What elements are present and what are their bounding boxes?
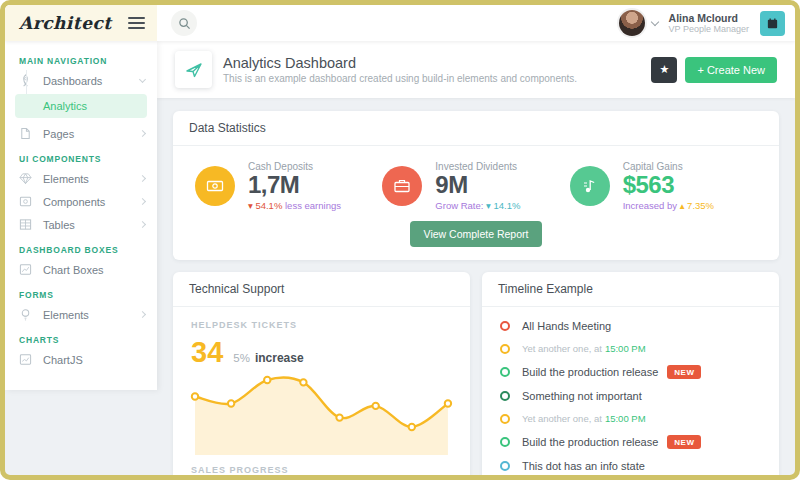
sidebar-item-label: Elements (43, 309, 140, 321)
content-area: Data Statistics Cash Deposits 1,7M ▾ 54.… (157, 98, 795, 475)
briefcase-icon (382, 166, 422, 206)
new-badge: NEW (667, 365, 701, 379)
timeline-time: 15:00 PM (605, 343, 646, 354)
new-badge: NEW (667, 435, 701, 449)
chevron-right-icon (139, 130, 146, 137)
sidebar-item-label: ChartJS (43, 354, 145, 366)
card-header: Data Statistics (173, 111, 779, 146)
chevron-right-icon (139, 198, 146, 205)
sidebar-item-analytics-active[interactable]: Analytics (15, 94, 147, 118)
sidebar-item-label: Tables (43, 219, 140, 231)
main-content: Analytics Dashboard This is an example d… (157, 41, 795, 475)
top-bar: Architect Alina Mclourd VP People Manage… (5, 5, 795, 41)
user-info: Alina Mclourd VP People Manager (669, 12, 749, 34)
music-note-icon (570, 166, 610, 206)
timeline-item: This dot has an info state (500, 460, 761, 472)
avatar[interactable] (619, 10, 645, 36)
stat-note: Increased by (623, 200, 677, 211)
stat-value: $563 (623, 172, 714, 198)
page-subtitle: This is an example dashboard created usi… (223, 73, 577, 84)
timeline-dot (500, 391, 510, 401)
helpdesk-line-chart (181, 371, 462, 455)
nav-heading-forms: FORMS (19, 290, 143, 300)
stat-value: 9M (435, 172, 520, 198)
nav-heading-ui-components: UI COMPONENTS (19, 154, 143, 164)
timeline-item: Something not important (500, 390, 761, 402)
nav-heading-main: MAIN NAVIGATION (19, 56, 143, 66)
sidebar-item-dashboards[interactable]: Dashboards (5, 69, 157, 92)
stat-subtext: Grow Rate: ▾ 14.1% (435, 200, 520, 211)
stat-value: 1,7M (248, 172, 341, 198)
stat-capital-gains: Capital Gains $563 Increased by ▴ 7.35% (570, 161, 757, 211)
timeline-time: 15:00 PM (605, 413, 646, 424)
calendar-icon (766, 17, 779, 30)
timeline-item: Yet another one, at 15:00 PM (500, 343, 761, 354)
timeline-example-card: Timeline Example All Hands Meeting Yet a… (482, 272, 779, 475)
diamond-icon (19, 172, 34, 185)
table-grid-icon (19, 218, 34, 231)
chevron-right-icon (139, 311, 146, 318)
sidebar-item-chart-boxes[interactable]: Chart Boxes (5, 258, 157, 281)
dashboards-submenu: Analytics (5, 92, 157, 122)
sidebar-item-label: Dashboards (43, 75, 140, 87)
technical-support-card: Technical Support HELPDESK TICKETS 34 5%… (173, 272, 470, 475)
sidebar-item-components[interactable]: Components (5, 190, 157, 213)
ticket-count: 34 (191, 336, 223, 369)
user-name: Alina Mclourd (669, 12, 749, 24)
sidebar-item-form-elements[interactable]: Elements (5, 303, 157, 326)
stat-delta: ▾ 54.1% (248, 200, 282, 211)
stats-row: Cash Deposits 1,7M ▾ 54.1% less earnings (173, 146, 779, 215)
sidebar-item-label: Components (43, 196, 140, 208)
chevron-down-icon[interactable] (650, 17, 658, 25)
favorite-star-button[interactable]: ★ (651, 57, 677, 83)
timeline-dot (500, 414, 510, 424)
chevron-right-icon (139, 221, 146, 228)
timeline-item: Build the production release NEW (500, 365, 761, 379)
page-title-icon-box (175, 51, 212, 88)
page-title-actions: ★ + Create New (651, 57, 777, 83)
timeline-item: Yet another one, at 15:00 PM (500, 413, 761, 424)
page-title-bar: Analytics Dashboard This is an example d… (157, 41, 795, 98)
file-icon (19, 127, 34, 140)
card-header: Technical Support (173, 272, 470, 307)
stat-delta: ▴ 7.35% (680, 200, 714, 211)
timeline-dot (500, 344, 510, 354)
nav-heading-charts: CHARTS (19, 335, 143, 345)
search-button[interactable] (171, 10, 197, 36)
sidebar-item-label: Chart Boxes (43, 264, 145, 276)
sidebar-item-pages[interactable]: Pages (5, 122, 157, 145)
calendar-button[interactable] (760, 11, 785, 36)
sidebar-item-label: Elements (43, 173, 140, 185)
sales-progress-kicker: SALES PROGRESS (173, 455, 470, 475)
stat-subtext: ▾ 54.1% less earnings (248, 200, 341, 211)
card-header: Timeline Example (482, 272, 779, 307)
create-new-button[interactable]: + Create New (685, 57, 777, 83)
sidebar-item-chartjs[interactable]: ChartJS (5, 348, 157, 371)
page-title-text: Analytics Dashboard This is an example d… (223, 55, 577, 84)
chart-box-icon (19, 263, 34, 276)
ticket-percent-label: increase (255, 351, 304, 365)
stat-delta: ▾ 14.1% (486, 200, 520, 211)
nav-heading-dashboard-boxes: DASHBOARD BOXES (19, 245, 143, 255)
timeline-dot (500, 367, 510, 377)
logo-area: Architect (5, 5, 157, 41)
chevron-right-icon (139, 175, 146, 182)
hamburger-menu-icon[interactable] (128, 14, 145, 32)
brand-logo: Architect (19, 13, 112, 33)
sidebar-item-tables[interactable]: Tables (5, 213, 157, 236)
sidebar-item-elements[interactable]: Elements (5, 167, 157, 190)
view-complete-report-button[interactable]: View Complete Report (410, 221, 543, 247)
lightbulb-icon (19, 308, 34, 321)
safe-icon (19, 195, 34, 208)
line-chart-icon (19, 353, 34, 366)
search-icon (178, 17, 191, 30)
stat-invested-dividents: Invested Dividents 9M Grow Rate: ▾ 14.1% (382, 161, 569, 211)
user-role: VP People Manager (669, 24, 749, 34)
stat-cash-deposits: Cash Deposits 1,7M ▾ 54.1% less earnings (195, 161, 382, 211)
data-statistics-card: Data Statistics Cash Deposits 1,7M ▾ 54.… (173, 111, 779, 260)
timeline-dot (500, 321, 510, 331)
user-area: Alina Mclourd VP People Manager (619, 10, 785, 36)
ticket-percent: 5% (233, 352, 250, 364)
sidebar-item-label: Pages (43, 128, 140, 140)
timeline-item: All Hands Meeting (500, 320, 761, 332)
